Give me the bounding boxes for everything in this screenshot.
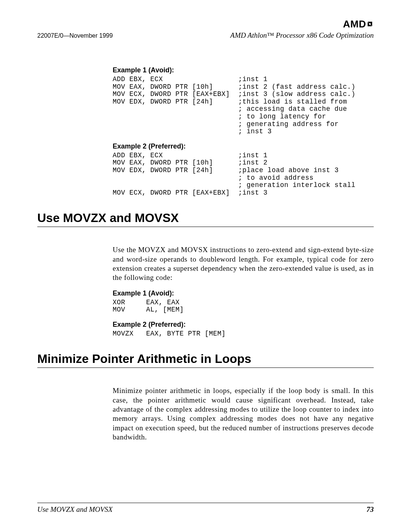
code-block: ADD EBX, ECX ;inst 1 MOV EAX, DWORD PTR …	[113, 76, 374, 136]
section-rule	[37, 367, 374, 368]
page-header: 22007E/0—November 1999 AMD Athlon™ Proce…	[37, 31, 374, 40]
example-title: Example 1 (Avoid):	[113, 66, 374, 74]
page-footer: Use MOVZX and MOVSX 73	[37, 503, 374, 514]
body-paragraph: Minimize pointer arithmetic in loops, es…	[113, 386, 374, 442]
section-heading-movzx: Use MOVZX and MOVSX	[37, 211, 374, 225]
example-block-2: Example 1 (Avoid): XOR EAX, EAX MOV AL, …	[113, 289, 374, 338]
amd-logo: AMD	[343, 18, 374, 30]
section-heading-pointer: Minimize Pointer Arithmetic in Loops	[37, 352, 374, 366]
page-number: 73	[366, 505, 374, 514]
logo-arrow-icon	[366, 19, 374, 30]
doc-title: AMD Athlon™ Processor x86 Code Optimizat…	[230, 31, 374, 40]
example-title: Example 2 (Preferred):	[113, 142, 374, 150]
example-title: Example 1 (Avoid):	[113, 289, 374, 297]
code-block: ADD EBX, ECX ;inst 1 MOV EAX, DWORD PTR …	[113, 152, 374, 197]
example-title: Example 2 (Preferred):	[113, 321, 374, 329]
logo-text: AMD	[343, 18, 366, 30]
code-block: MOVZX EAX, BYTE PTR [MEM]	[113, 330, 374, 338]
code-block: XOR EAX, EAX MOV AL, [MEM]	[113, 299, 374, 314]
doc-id: 22007E/0—November 1999	[37, 32, 113, 39]
example-block-1: Example 1 (Avoid): ADD EBX, ECX ;inst 1 …	[113, 66, 374, 197]
footer-section-title: Use MOVZX and MOVSX	[37, 505, 113, 514]
body-paragraph: Use the MOVZX and MOVSX instructions to …	[113, 245, 374, 282]
section-rule	[37, 227, 374, 227]
